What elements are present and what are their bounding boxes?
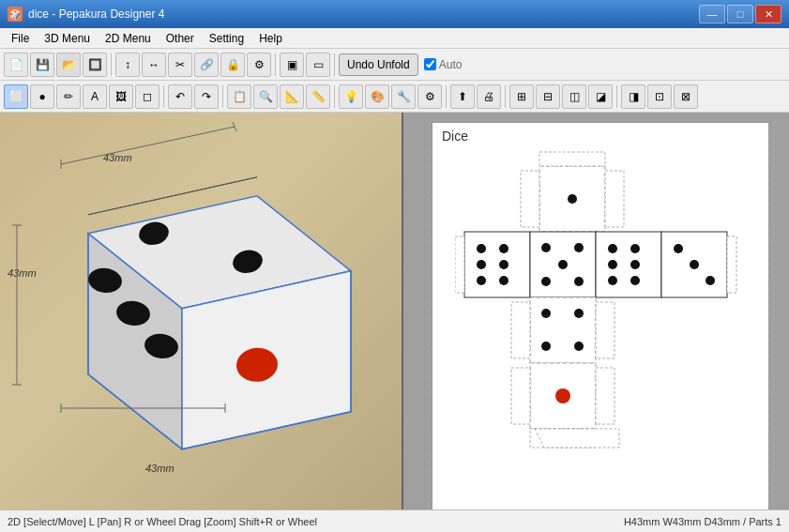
point-button[interactable]: ● bbox=[30, 84, 54, 109]
statusbar: 2D [Select/Move] L [Pan] R or Wheel Drag… bbox=[0, 509, 789, 532]
auto-checkbox[interactable] bbox=[424, 58, 436, 70]
sep6 bbox=[334, 85, 335, 108]
menu-other[interactable]: Other bbox=[159, 29, 202, 48]
menu-setting[interactable]: Setting bbox=[202, 29, 251, 48]
titlebar-title: dice - Pepakura Designer 4 bbox=[28, 8, 164, 21]
open-button[interactable]: 📂 bbox=[56, 53, 81, 77]
dim-top: 43mm bbox=[103, 152, 132, 163]
close-button[interactable]: ✕ bbox=[755, 5, 781, 23]
svg-point-48 bbox=[630, 276, 640, 285]
select-button[interactable]: ⬜ bbox=[4, 84, 28, 109]
svg-point-63 bbox=[555, 388, 570, 403]
menubar: File 3D Menu 2D Menu Other Setting Help bbox=[0, 28, 789, 49]
show-lines-button[interactable]: 📋 bbox=[227, 84, 251, 109]
svg-point-52 bbox=[706, 276, 715, 285]
svg-rect-42 bbox=[596, 232, 661, 297]
join-button[interactable]: 🔗 bbox=[194, 53, 219, 77]
sep1 bbox=[111, 53, 112, 76]
minimize-button[interactable]: — bbox=[699, 5, 725, 23]
toolbar1: 📄 💾 📂 🔲 ↕ ↔ ✂ 🔗 🔒 ⚙ ▣ ▭ Undo Unfold Auto bbox=[0, 49, 789, 81]
svg-point-38 bbox=[574, 243, 584, 252]
svg-rect-27 bbox=[605, 171, 624, 227]
svg-point-31 bbox=[477, 260, 486, 269]
menu-help[interactable]: Help bbox=[251, 29, 290, 48]
svg-rect-29 bbox=[464, 232, 530, 297]
draw-button[interactable]: ✏ bbox=[56, 84, 81, 109]
color-button[interactable]: 🎨 bbox=[365, 84, 389, 109]
dice-3d-model bbox=[32, 158, 370, 477]
svg-rect-26 bbox=[521, 171, 539, 227]
auto-checkbox-container[interactable]: Auto bbox=[424, 58, 463, 71]
save-button[interactable]: 💾 bbox=[30, 53, 54, 77]
2d-view[interactable]: Dice bbox=[403, 113, 789, 509]
sep8 bbox=[505, 85, 506, 108]
auto-label: Auto bbox=[439, 58, 463, 71]
shape-button[interactable]: ◻ bbox=[135, 84, 159, 109]
menu-3dmenu[interactable]: 3D Menu bbox=[37, 29, 98, 48]
tool1-button[interactable]: 🔧 bbox=[391, 84, 416, 109]
app-icon: 🎲 bbox=[8, 7, 23, 22]
svg-point-57 bbox=[574, 309, 584, 318]
svg-point-50 bbox=[674, 244, 683, 253]
export-button[interactable]: 🔲 bbox=[83, 53, 107, 77]
image-button[interactable]: 🖼 bbox=[109, 84, 133, 109]
text-button[interactable]: A bbox=[83, 84, 107, 109]
svg-rect-28 bbox=[539, 152, 605, 166]
sep3 bbox=[334, 53, 335, 76]
svg-point-58 bbox=[541, 342, 551, 351]
svg-point-51 bbox=[690, 260, 699, 269]
svg-point-30 bbox=[477, 244, 486, 253]
dim-bottom: 43mm bbox=[145, 463, 174, 474]
svg-point-45 bbox=[608, 276, 617, 285]
3d-view[interactable]: 43mm 43mm 43mm bbox=[0, 113, 403, 509]
undo-unfold-button[interactable]: Undo Unfold bbox=[339, 53, 418, 76]
export2-button[interactable]: ⬆ bbox=[450, 84, 475, 109]
grid3-button[interactable]: ◫ bbox=[562, 84, 586, 109]
snap2-button[interactable]: ⊡ bbox=[647, 84, 672, 109]
grid2-button[interactable]: ⊟ bbox=[536, 84, 560, 109]
rotate-button[interactable]: ↕ bbox=[115, 53, 140, 77]
square-button[interactable]: ▣ bbox=[280, 53, 304, 77]
tool2-button[interactable]: ⚙ bbox=[417, 84, 442, 109]
snap3-button[interactable]: ⊠ bbox=[674, 84, 698, 109]
print-button[interactable]: 🖨 bbox=[477, 84, 501, 109]
scissors-button[interactable]: ✂ bbox=[168, 53, 192, 77]
status-right: H43mm W43mm D43mm / Parts 1 bbox=[624, 516, 781, 527]
svg-point-32 bbox=[477, 276, 486, 285]
titlebar-controls[interactable]: — □ ✕ bbox=[699, 5, 781, 23]
svg-rect-54 bbox=[727, 236, 736, 293]
undo-button[interactable]: ↶ bbox=[168, 84, 192, 109]
maximize-button[interactable]: □ bbox=[727, 5, 753, 23]
titlebar: 🎲 dice - Pepakura Designer 4 — □ ✕ bbox=[0, 0, 789, 28]
main-area: 43mm 43mm 43mm Dice bbox=[0, 113, 789, 509]
measure-button[interactable]: 📐 bbox=[280, 84, 304, 109]
dim-left: 43mm bbox=[8, 267, 37, 279]
menu-2dmenu[interactable]: 2D Menu bbox=[98, 29, 159, 48]
ruler-button[interactable]: 📏 bbox=[306, 84, 330, 109]
svg-line-20 bbox=[233, 122, 236, 131]
paper-title: Dice bbox=[432, 123, 768, 147]
menu-file[interactable]: File bbox=[4, 29, 37, 48]
svg-point-33 bbox=[499, 244, 508, 253]
svg-point-47 bbox=[630, 260, 640, 269]
svg-point-56 bbox=[541, 309, 551, 318]
flip-button[interactable]: ↔ bbox=[142, 53, 166, 77]
svg-point-25 bbox=[568, 194, 577, 204]
redo-button[interactable]: ↷ bbox=[194, 84, 219, 109]
svg-point-46 bbox=[630, 244, 640, 253]
rect-button[interactable]: ▭ bbox=[306, 53, 330, 77]
paper-sheet: Dice bbox=[432, 122, 769, 509]
svg-point-34 bbox=[499, 260, 508, 269]
settings2-button[interactable]: ⚙ bbox=[247, 53, 271, 77]
light-button[interactable]: 💡 bbox=[339, 84, 363, 109]
toolbar2: ⬜ ● ✏ A 🖼 ◻ ↶ ↷ 📋 🔍 📐 📏 💡 🎨 🔧 ⚙ ⬆ 🖨 ⊞ ⊟ … bbox=[0, 81, 789, 113]
zoom-fit-button[interactable]: 🔍 bbox=[253, 84, 278, 109]
new-button[interactable]: 📄 bbox=[4, 53, 28, 77]
svg-point-40 bbox=[541, 277, 551, 286]
grid1-button[interactable]: ⊞ bbox=[509, 84, 534, 109]
snap1-button[interactable]: ◨ bbox=[621, 84, 645, 109]
svg-rect-60 bbox=[511, 302, 530, 358]
grid4-button[interactable]: ◪ bbox=[588, 84, 613, 109]
lock-button[interactable]: 🔒 bbox=[220, 53, 245, 77]
svg-point-43 bbox=[608, 244, 617, 253]
